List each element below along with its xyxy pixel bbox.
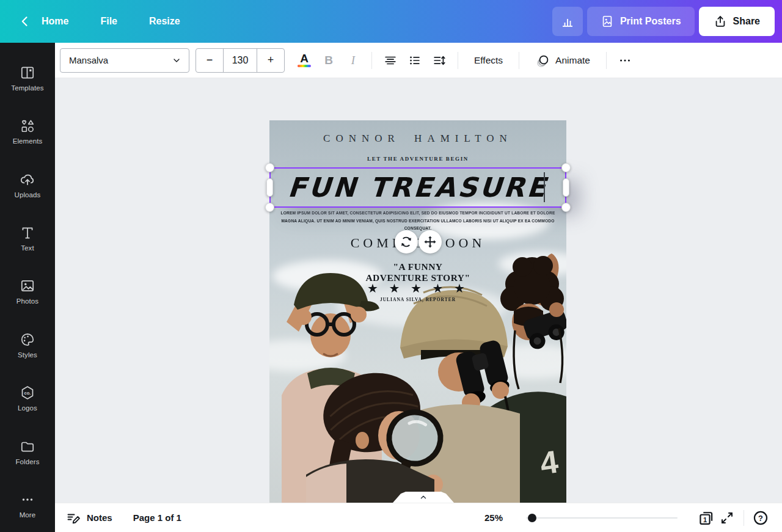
topbar: Home File Resize Print Posters [0,0,782,43]
notes-button[interactable]: Notes [66,511,112,525]
rotate-button[interactable] [395,230,418,253]
font-size-increase-button[interactable]: + [257,49,284,72]
divider [519,52,519,69]
menu-file[interactable]: File [100,10,117,33]
poster-body-text[interactable]: LOREM IPSUM DOLOR SIT AMET, CONSECTETUR … [280,210,556,233]
animate-label: Animate [555,55,590,66]
resize-handle-right[interactable] [563,178,569,197]
logos-icon: co. [20,385,35,401]
move-button[interactable] [418,230,442,253]
fullscreen-button[interactable] [717,508,737,528]
page-indicator: Page 1 of 1 [133,512,181,523]
sidebar-item-more[interactable]: More [0,479,55,532]
poster-author-text[interactable]: CONNOR HAMILTON [269,133,566,145]
topbar-actions: Print Posters Share [552,7,775,36]
font-family-select[interactable]: Mansalva [60,48,189,73]
back-button[interactable] [16,12,34,31]
line-spacing-button[interactable] [427,48,451,73]
resize-handle-bottom-left[interactable] [265,203,274,212]
sidebar: Templates Elements Uploads Text [0,43,55,532]
more-dots-icon [20,492,35,508]
logos-badge: co. [24,390,31,396]
upload-cloud-icon [20,172,35,188]
sidebar-item-uploads[interactable]: Uploads [0,158,55,211]
list-button[interactable] [403,48,427,73]
notes-label: Notes [87,512,112,523]
font-size-decrease-button[interactable]: − [196,49,223,72]
elements-icon [20,118,35,134]
resize-handle-top-right[interactable] [561,163,571,172]
menu-home[interactable]: Home [42,10,68,33]
chevron-left-icon [19,15,31,27]
divider [606,52,607,69]
sidebar-item-styles[interactable]: Styles [0,318,55,371]
spacing-icon [433,54,446,67]
statusbar-right: 25% 1 [484,508,771,528]
poster-review-quote[interactable]: "A FUNNY ADVENTURE STORY" [361,261,475,283]
bottom-panel-expand-tab[interactable] [393,492,454,503]
zoom-slider[interactable] [526,514,678,522]
bold-button[interactable]: B [316,48,341,73]
share-button[interactable]: Share [699,7,775,36]
zoom-slider-thumb[interactable] [528,514,536,522]
svg-text:?: ? [758,513,763,522]
sidebar-item-logos[interactable]: co. Logos [0,372,55,425]
sidebar-item-text[interactable]: Text [0,211,55,264]
sidebar-item-label: Templates [11,84,43,92]
text-color-button[interactable]: A [292,48,316,73]
italic-button[interactable]: I [341,48,365,73]
page-count-badge: 1 [703,516,707,523]
text-color-letter: A [300,53,309,64]
analytics-button[interactable] [552,7,583,36]
bullet-list-icon [408,54,422,67]
animate-button[interactable]: Animate [525,48,600,73]
chevron-down-icon [172,56,181,65]
align-center-icon [384,54,397,67]
divider [458,52,458,69]
sidebar-item-label: Folders [15,458,39,465]
toolbar-more-button[interactable] [613,48,637,73]
folder-icon [20,439,35,454]
text-cursor [544,172,545,202]
resize-handle-top-left[interactable] [265,163,274,172]
rotate-icon [400,235,413,249]
text-toolbar: Mansalva − 130 + A B I [55,43,782,78]
print-posters-label: Print Posters [620,16,681,27]
font-size-value[interactable]: 130 [223,49,257,72]
pages-view-button[interactable]: 1 [696,508,717,528]
poster-tagline-text[interactable]: LET THE ADVENTURE BEGIN [269,156,566,162]
expand-icon [720,511,734,525]
chevron-up-icon [418,493,428,501]
text-selection-box[interactable] [269,167,566,208]
divider [744,510,744,526]
help-button[interactable]: ? [750,508,771,528]
menu-resize[interactable]: Resize [149,10,180,33]
sidebar-item-label: Logos [18,404,37,412]
sidebar-item-label: Uploads [15,191,41,199]
effects-button[interactable]: Effects [464,48,513,73]
topbar-menu: Home File Resize [16,10,212,33]
poster-coming-soon-text[interactable]: COMING SOON [269,235,566,251]
poster-reviewer-text[interactable]: JULIANA SILVA, REPORTER [269,297,566,302]
poster-star-rating[interactable]: ★ ★ ★ ★ ★ [269,281,566,296]
resize-handle-bottom-right[interactable] [561,203,571,212]
zoom-slider-track [526,517,678,519]
zoom-level-value[interactable]: 25% [484,512,503,523]
sidebar-item-photos[interactable]: Photos [0,265,55,318]
share-label: Share [733,16,760,27]
sidebar-item-elements[interactable]: Elements [0,104,55,158]
rainbow-color-bar [298,65,311,67]
bar-chart-icon [560,14,575,29]
design-canvas[interactable]: 4 [55,78,782,503]
sidebar-item-folders[interactable]: Folders [0,425,55,478]
sidebar-item-templates[interactable]: Templates [0,51,55,104]
move-icon [423,235,437,249]
photos-icon [20,278,35,294]
templates-icon [20,65,35,81]
help-icon: ? [752,509,769,527]
print-posters-button[interactable]: Print Posters [587,7,695,36]
poster-icon [601,15,614,28]
text-align-button[interactable] [378,48,403,73]
palette-icon [20,332,35,348]
resize-handle-left[interactable] [266,178,273,197]
